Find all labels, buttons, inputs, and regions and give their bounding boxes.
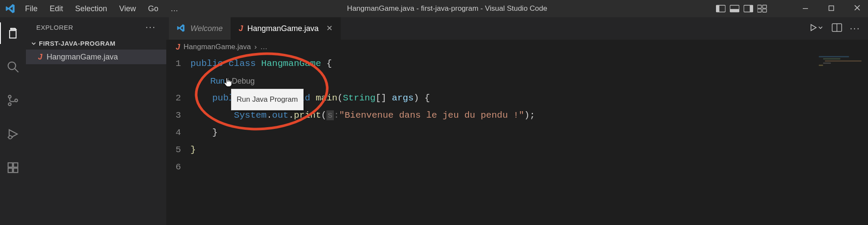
svg-rect-6 [757,5,761,8]
line-number: 6 [166,159,181,176]
tab-active-file[interactable]: J HangmanGame.java [231,17,341,40]
editor-more-icon[interactable]: ··· [850,24,860,33]
breadcrumb-more: … [260,43,268,51]
explorer-title: EXPLORER [36,24,73,31]
toggle-panel-icon[interactable] [730,5,739,12]
svg-point-15 [8,103,11,106]
codelens-debug-link[interactable]: Debug [232,72,255,90]
code-line[interactable]: } [190,141,868,159]
tab-close-icon[interactable] [326,24,333,33]
tab-welcome-label: Welcome [190,24,223,33]
file-name: HangmanGame.java [47,53,118,62]
menu-go[interactable]: Go [148,4,158,13]
svg-rect-5 [750,5,753,12]
code-line[interactable] [190,159,868,176]
codelens-run-link[interactable]: Run [210,72,225,90]
file-tree-item[interactable]: J HangmanGame.java [26,50,166,64]
toggle-secondary-sidebar-icon[interactable] [744,5,753,12]
activity-run-debug-icon[interactable] [0,123,26,145]
svg-point-12 [8,62,16,70]
tab-active-label: HangmanGame.java [247,24,319,33]
tooltip: Run Java Program [231,89,304,110]
svg-rect-7 [763,5,767,8]
line-number: 2 [166,90,181,107]
breadcrumb-separator-icon: › [254,43,257,51]
window-close-icon[interactable] [851,4,864,13]
activity-source-control-icon[interactable] [0,90,26,111]
svg-rect-23 [13,163,18,167]
code-lens: Run | Debug [190,72,868,90]
activity-explorer-icon[interactable] [0,22,26,44]
window-maximize-icon[interactable] [825,4,838,13]
activity-bar [0,17,26,225]
activity-search-icon[interactable] [0,56,26,78]
window-title: HangmanGame.java - first-java-program - … [178,4,716,13]
menu-file[interactable]: File [25,4,38,13]
breadcrumb[interactable]: J HangmanGame.java › … [166,40,868,54]
split-editor-icon[interactable] [832,23,842,34]
svg-rect-8 [757,9,761,12]
svg-rect-21 [8,168,13,172]
menu-more[interactable]: … [171,4,178,13]
line-number: 5 [166,141,181,159]
editor-tabs: Welcome J HangmanGame.java ··· [166,17,868,40]
chevron-down-icon [31,41,36,46]
svg-rect-1 [716,5,719,12]
line-number: 1 [166,55,181,72]
codelens-separator: | [227,72,229,90]
menu-selection[interactable]: Selection [75,4,107,13]
svg-rect-10 [803,8,808,9]
vscode-logo-icon [4,3,16,15]
menu-view[interactable]: View [119,4,136,13]
minimap[interactable] [819,56,862,67]
code-editor[interactable]: 1 2 3 4 5 6 public class HangmanGame { R… [166,54,868,176]
java-file-icon: J [38,53,42,62]
toggle-primary-sidebar-icon[interactable] [716,5,725,12]
svg-line-13 [15,69,19,72]
editor-area: Welcome J HangmanGame.java ··· J [166,17,868,225]
line-number: 3 [166,107,181,124]
menu-bar: File Edit Selection View Go … [25,4,178,13]
svg-point-14 [8,95,11,98]
svg-rect-3 [730,9,739,12]
line-gutter: 1 2 3 4 5 6 [166,55,190,176]
svg-rect-9 [763,9,767,12]
line-number: 4 [166,124,181,141]
explorer-project-header[interactable]: FIRST-JAVA-PROGRAM [26,37,166,50]
svg-point-16 [15,99,17,102]
menu-edit[interactable]: Edit [50,4,63,13]
breadcrumb-file: HangmanGame.java [184,43,251,51]
title-bar: File Edit Selection View Go … HangmanGam… [0,0,868,17]
java-file-icon: J [239,24,243,33]
vertical-scrollbar[interactable] [862,54,868,184]
svg-rect-22 [13,168,18,172]
java-file-icon: J [176,43,180,52]
layout-controls [716,5,767,12]
code-line[interactable]: public class HangmanGame { [190,55,868,72]
svg-rect-20 [8,163,13,167]
svg-point-17 [9,136,12,139]
tab-welcome[interactable]: Welcome [169,17,231,40]
svg-rect-11 [829,6,834,10]
explorer-sidebar: EXPLORER ··· FIRST-JAVA-PROGRAM J Hangma… [26,17,166,225]
window-minimize-icon[interactable] [799,4,812,13]
activity-extensions-icon[interactable] [0,157,26,178]
explorer-more-icon[interactable]: ··· [146,22,156,32]
code-line[interactable]: } [190,124,868,141]
run-dropdown-icon[interactable] [809,23,824,34]
customize-layout-icon[interactable] [757,5,767,12]
vscode-logo-icon [177,24,186,33]
project-name: FIRST-JAVA-PROGRAM [39,40,116,47]
